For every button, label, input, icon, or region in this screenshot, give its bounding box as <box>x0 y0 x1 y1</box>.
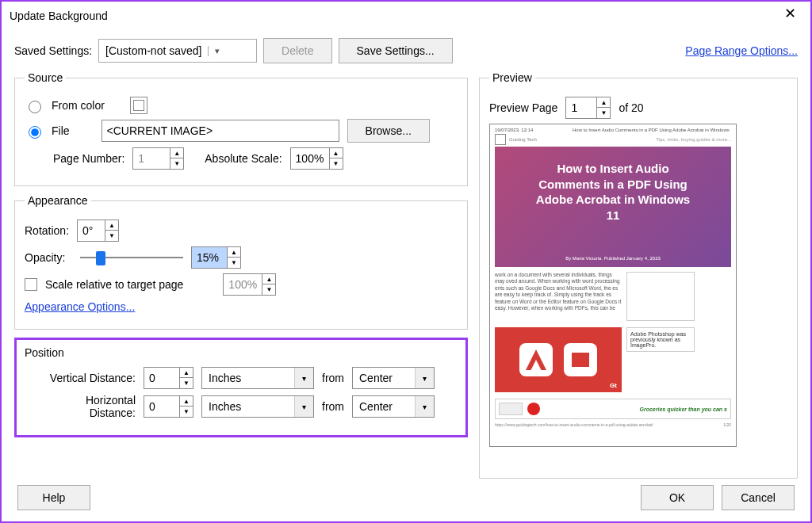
spinner-up-icon[interactable]: ▲ <box>105 220 118 231</box>
vertical-distance-value: 0 <box>144 367 180 389</box>
rotation-label: Rotation: <box>25 224 69 237</box>
scale-relative-label: Scale relative to target page <box>45 278 183 291</box>
preview-doc-timestamp: 19/07/2023, 12:14 <box>495 128 533 132</box>
file-row: File <CURRENT IMAGE> Browse... <box>25 119 458 143</box>
chevron-down-icon: ▾ <box>415 368 434 388</box>
columns: Source From color File <CURRENT IMAGE> B… <box>14 71 798 479</box>
browse-button[interactable]: Browse... <box>347 119 430 143</box>
saved-settings-row: Saved Settings: [Custom-not saved] ▾ Del… <box>14 38 798 63</box>
dialog-title: Update Background <box>10 10 108 22</box>
page-number-value: 1 <box>132 147 170 170</box>
horizontal-from-dropdown[interactable]: Center ▾ <box>352 395 435 418</box>
spinner-down-icon[interactable]: ▼ <box>180 378 193 388</box>
spinner-up-icon[interactable]: ▲ <box>180 368 193 378</box>
save-settings-button[interactable]: Save Settings... <box>339 38 453 63</box>
spinner-up-icon[interactable]: ▲ <box>170 148 183 158</box>
cancel-button[interactable]: Cancel <box>722 485 795 510</box>
sound-icon <box>564 343 597 376</box>
opacity-label: Opacity: <box>25 251 72 264</box>
chevron-down-icon: ▾ <box>208 46 225 56</box>
page-number-spinner[interactable]: 1 ▲▼ <box>132 147 184 170</box>
vertical-unit-dropdown[interactable]: Inches ▾ <box>201 367 314 389</box>
file-path-input[interactable]: <CURRENT IMAGE> <box>102 120 339 142</box>
spinner-down-icon[interactable]: ▼ <box>597 108 610 118</box>
spinner-down-icon[interactable]: ▼ <box>170 158 183 169</box>
from-label: from <box>322 400 344 413</box>
horizontal-unit-dropdown[interactable]: Inches ▾ <box>201 395 314 418</box>
spinner-up-icon[interactable]: ▲ <box>180 396 193 407</box>
help-button[interactable]: Help <box>17 485 90 510</box>
saved-settings-combo[interactable]: [Custom-not saved] ▾ <box>98 39 257 63</box>
preview-footer-page: 1/20 <box>723 422 731 427</box>
position-legend: Position <box>25 346 458 359</box>
scale-relative-value: 100% <box>223 273 262 296</box>
vertical-from-dropdown[interactable]: Center ▾ <box>352 367 435 389</box>
chevron-down-icon: ▾ <box>415 396 434 417</box>
absolute-scale-spinner[interactable]: 100% ▲▼ <box>290 147 343 170</box>
adobe-icon <box>519 343 553 376</box>
vertical-distance-spinner[interactable]: 0 ▲▼ <box>144 367 193 389</box>
position-group: Position Vertical Distance: 0 ▲▼ Inches … <box>14 338 468 437</box>
preview-logo-text: Guiding Tech <box>509 137 537 142</box>
delete-button[interactable]: Delete <box>263 38 331 63</box>
file-label: File <box>52 124 70 137</box>
source-legend: Source <box>25 71 66 84</box>
horizontal-from-value: Center <box>353 400 415 413</box>
file-radio[interactable] <box>29 126 41 139</box>
spinner-down-icon[interactable]: ▼ <box>180 407 193 417</box>
close-icon[interactable]: ✕ <box>776 5 804 27</box>
horizontal-distance-row: Horizontal Distance: 0 ▲▼ Inches ▾ from … <box>39 394 458 419</box>
preview-hero: How to Insert Audio Comments in a PDF Us… <box>495 147 731 267</box>
from-color-row: From color <box>25 97 458 114</box>
ok-button[interactable]: OK <box>641 485 714 510</box>
preview-doc-header: How to Insert Audio Comments in a PDF Us… <box>573 128 731 132</box>
spinner-down-icon[interactable]: ▼ <box>330 158 343 169</box>
opacity-row: Opacity: 15% ▲▼ <box>25 246 458 269</box>
rotation-spinner[interactable]: 0° ▲▼ <box>77 220 119 242</box>
preview-side-caption: Adobe Photoshop was previously known as … <box>626 327 695 352</box>
page-range-options-link[interactable]: Page Range Options... <box>685 44 798 57</box>
preview-legend: Preview <box>489 71 535 84</box>
vertical-unit-value: Inches <box>202 372 294 384</box>
page-number-row: Page Number: 1 ▲▼ Absolute Scale: 100% ▲… <box>53 147 458 170</box>
opacity-slider[interactable] <box>80 250 183 265</box>
preview-page-spinner[interactable]: 1 ▲▼ <box>565 97 611 119</box>
scale-relative-checkbox[interactable] <box>25 278 37 291</box>
opacity-value: 15% <box>191 246 228 269</box>
dialog-content: Saved Settings: [Custom-not saved] ▾ Del… <box>2 30 810 521</box>
opacity-spinner[interactable]: 15% ▲▼ <box>191 246 241 269</box>
spinner-down-icon[interactable]: ▼ <box>262 284 275 295</box>
logo-icon <box>495 134 506 145</box>
from-color-label: From color <box>52 99 105 112</box>
appearance-group: Appearance Rotation: 0° ▲▼ Opacity: <box>14 194 468 330</box>
preview-ad-text: Groceries quicker than you can s <box>640 407 728 412</box>
page-number-label: Page Number: <box>53 152 124 165</box>
preview-icon-box: Gt <box>495 327 622 392</box>
preview-page-value: 1 <box>565 97 597 119</box>
spinner-up-icon[interactable]: ▲ <box>228 247 240 258</box>
horizontal-distance-label: Horizontal Distance: <box>39 394 136 419</box>
vertical-distance-label: Vertical Distance: <box>39 372 136 384</box>
spinner-down-icon[interactable]: ▼ <box>105 231 118 241</box>
scale-relative-spinner[interactable]: 100% ▲▼ <box>223 273 276 296</box>
spinner-down-icon[interactable]: ▼ <box>228 258 240 268</box>
saved-settings-value: [Custom-not saved] <box>99 44 208 57</box>
preview-tagline: Tips, tricks, buying guides & more... <box>656 137 731 142</box>
preview-of-label: of 20 <box>619 101 643 114</box>
scale-relative-row: Scale relative to target page 100% ▲▼ <box>25 273 458 296</box>
horizontal-unit-value: Inches <box>202 400 294 413</box>
vertical-distance-row: Vertical Distance: 0 ▲▼ Inches ▾ from Ce… <box>39 367 458 389</box>
preview-group: Preview Preview Page 1 ▲▼ of 20 19/07/20… <box>479 71 798 479</box>
right-column: Preview Preview Page 1 ▲▼ of 20 19/07/20… <box>479 71 798 479</box>
color-swatch[interactable] <box>130 97 147 114</box>
chevron-down-icon: ▾ <box>294 396 313 417</box>
appearance-options-link[interactable]: Appearance Options... <box>25 300 135 313</box>
from-color-radio[interactable] <box>29 101 41 113</box>
preview-footer-url: https://www.guidingtech.com/how-to-inser… <box>495 422 653 427</box>
horizontal-distance-value: 0 <box>144 395 180 418</box>
spinner-up-icon[interactable]: ▲ <box>597 97 610 108</box>
saved-settings-label: Saved Settings: <box>14 44 92 57</box>
horizontal-distance-spinner[interactable]: 0 ▲▼ <box>144 395 193 418</box>
spinner-up-icon[interactable]: ▲ <box>262 274 275 284</box>
spinner-up-icon[interactable]: ▲ <box>330 148 343 158</box>
